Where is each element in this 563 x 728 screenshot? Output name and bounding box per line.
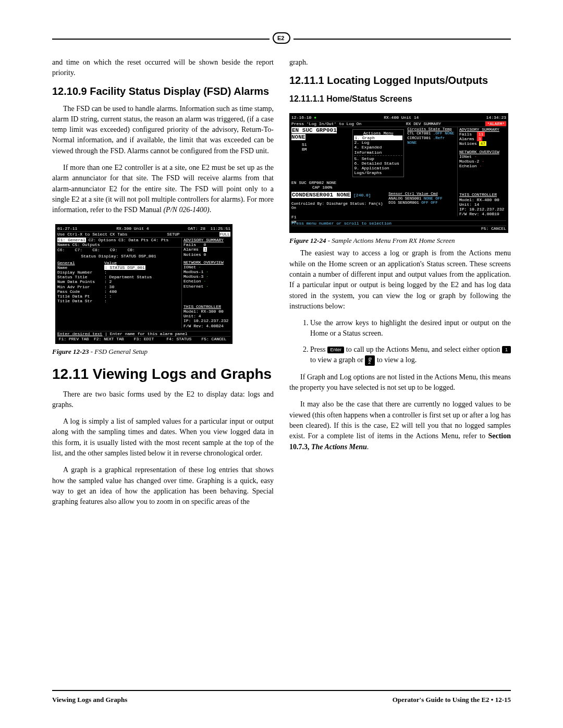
lead-paragraph: and time on which the reset occurred wil… xyxy=(52,57,274,79)
figure-12-24-caption: Figure 12-24 - Sample Actions Menu From … xyxy=(289,236,511,246)
heading-12-11-1-1: 12.11.1.1 Home/Status Screens xyxy=(289,93,511,105)
enter-key-icon: Enter xyxy=(327,347,344,353)
heading-12-11: 12.11 Viewing Logs and Graphs xyxy=(52,366,274,382)
header-rule: E2 xyxy=(52,31,511,47)
para-actions-3: It may also be the case that there are c… xyxy=(289,399,511,452)
para-fsd-2: If more than one E2 controller is at a s… xyxy=(52,163,274,215)
step-2: Press Enter to call up the Actions Menu,… xyxy=(310,344,511,366)
heading-12-11-1: 12.11.1 Locating Logged Inputs/Outputs xyxy=(289,74,511,87)
para-logs-2: A log is simply a list of sampled values… xyxy=(52,416,274,459)
e2-logo: E2 xyxy=(270,32,293,44)
right-column: graph. 12.11.1 Locating Logged Inputs/Ou… xyxy=(289,57,511,514)
para-logs-3: A graph is a graphical representation of… xyxy=(52,465,274,507)
page-footer: Viewing Logs and Graphs Operator's Guide… xyxy=(52,690,511,705)
key-1-icon: 1 xyxy=(502,346,511,353)
col2-lead: graph. xyxy=(289,57,511,68)
figure-12-24-screenshot: 12-16-10 ● RX-400 Unit 14 14:34:23 Press… xyxy=(289,113,508,233)
key-2-icon: @2 xyxy=(365,355,375,366)
heading-12-10-9: 12.10.9 Facility Status Display (FSD) Al… xyxy=(52,85,274,97)
steps-list: Use the arrow keys to highlight the desi… xyxy=(289,318,511,366)
para-fsd-1: The FSD can be used to handle alarms. In… xyxy=(52,104,274,156)
footer-right: Operator's Guide to Using the E2 • 12-15 xyxy=(393,695,511,705)
left-column: and time on which the reset occurred wil… xyxy=(52,57,274,514)
figure-12-23-screenshot: 01-27-11 RX-300 Unit 4 OAT: 28 11:25:51 … xyxy=(55,224,232,344)
svg-text:E2: E2 xyxy=(277,35,284,41)
step-1: Use the arrow keys to highlight the desi… xyxy=(310,318,511,339)
para-actions-2: If Graph and Log options are not listed … xyxy=(289,372,511,393)
para-actions-1: The easiest way to access a log or graph… xyxy=(289,248,511,312)
para-logs-1: There are two basic forms used by the E2… xyxy=(52,389,274,411)
footer-left: Viewing Logs and Graphs xyxy=(52,695,127,705)
figure-12-23-caption: Figure 12-23 - FSD General Setup xyxy=(52,347,274,357)
